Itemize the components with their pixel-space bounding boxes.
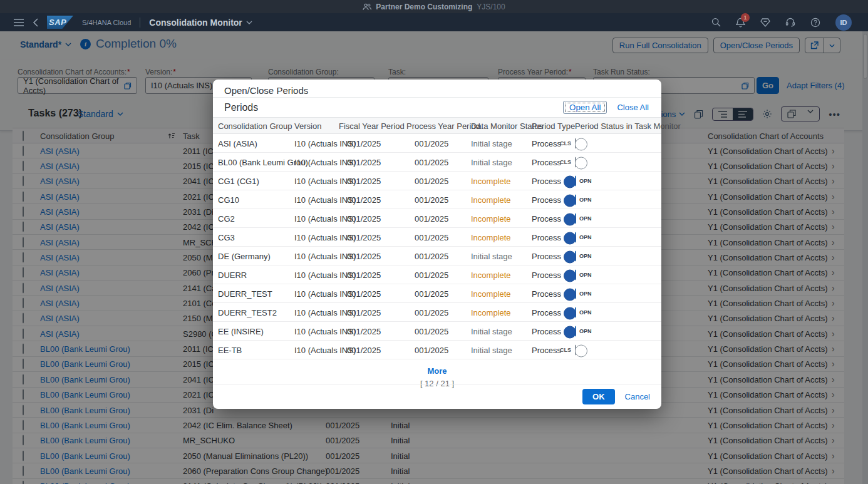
menu-icon[interactable]	[14, 19, 24, 26]
dlg-type-cell: Process	[532, 270, 561, 279]
dialog-table-row: CG3 I10 (Actuals INS) 001/2025 001/2025 …	[213, 228, 661, 247]
dlg-status-cell: Incomplete	[471, 176, 511, 185]
dlg-group-cell: CG1 (CG1)	[218, 176, 259, 185]
dialog-table-row: ASI (ASIA) I10 (Actuals INS) 001/2025 00…	[213, 134, 661, 153]
dlg-type-cell: Process	[532, 195, 561, 204]
notifications-bell-icon[interactable]: 1	[736, 18, 745, 28]
chevron-down-icon	[246, 21, 252, 24]
toggle-handle	[564, 175, 576, 188]
period-status-toggle[interactable]: CLS	[575, 157, 576, 167]
dlg-group-cell: DE (Germany)	[218, 251, 271, 260]
dlg-status-cell: Initial stage	[471, 345, 512, 354]
back-icon[interactable]	[33, 18, 38, 27]
dlg-col-process: Process Year Period	[406, 121, 480, 130]
period-status-toggle[interactable]: OPN	[575, 213, 576, 224]
open-close-periods-dialog: Open/Close Periods Periods Open All Clos…	[213, 80, 661, 409]
dlg-group-cell: CG3	[218, 232, 235, 242]
period-status-toggle[interactable]: OPN	[575, 250, 576, 261]
period-status-toggle[interactable]: OPN	[575, 194, 576, 205]
dialog-table-body: ASI (ASIA) I10 (Actuals INS) 001/2025 00…	[213, 134, 661, 359]
dialog-table-row: DUERR_TEST I10 (Actuals INS) 001/2025 00…	[213, 284, 661, 303]
sap-logo[interactable]: SAP	[47, 16, 73, 29]
periods-section-title: Periods	[224, 102, 258, 113]
dialog-table-row: EE-TB I10 (Actuals INS) 001/2025 001/202…	[213, 341, 661, 359]
dlg-process-cell: 001/2025	[415, 138, 448, 148]
dlg-group-cell: DUERR	[218, 270, 247, 279]
period-status-toggle[interactable]: OPN	[575, 288, 576, 299]
dlg-status-cell: Incomplete	[471, 307, 511, 317]
dialog-title: Open/Close Periods	[213, 80, 661, 98]
dlg-process-cell: 001/2025	[415, 157, 448, 167]
toggle-handle	[564, 288, 576, 301]
dlg-col-fiscal: Fiscal Year Period	[339, 121, 405, 130]
dlg-group-cell: EE-TB	[218, 345, 242, 354]
shell-divider	[140, 18, 140, 28]
dlg-fiscal-cell: 001/2025	[347, 270, 381, 279]
dlg-process-cell: 001/2025	[415, 176, 448, 185]
support-headset-icon[interactable]	[785, 18, 795, 27]
period-status-toggle[interactable]: CLS	[575, 344, 576, 355]
help-icon[interactable]	[810, 18, 820, 28]
period-status-toggle[interactable]: OPN	[575, 269, 576, 280]
dlg-fiscal-cell: 001/2025	[347, 195, 381, 204]
period-status-toggle[interactable]: OPN	[575, 175, 576, 186]
dlg-status-cell: Initial stage	[471, 251, 512, 260]
shell-bar: SAP S/4HANA Cloud Consolidation Monitor …	[0, 13, 868, 31]
toggle-handle	[564, 194, 576, 207]
app-title-menu[interactable]: Consolidation Monitor	[149, 18, 252, 28]
search-icon[interactable]	[711, 18, 721, 27]
dlg-type-cell: Process	[532, 345, 561, 354]
dlg-group-cell: CG10	[218, 195, 239, 204]
dlg-status-cell: Initial stage	[471, 157, 512, 167]
more-link[interactable]: More	[427, 366, 447, 376]
dlg-process-cell: 001/2025	[415, 232, 448, 242]
period-status-toggle[interactable]: OPN	[575, 307, 576, 317]
dlg-group-cell: DUERR_TEST2	[218, 307, 277, 317]
notification-badge: 1	[741, 13, 750, 22]
system-message-bar[interactable]: Partner Demo Customizing YJS/100	[0, 0, 868, 13]
users-icon	[363, 3, 371, 11]
dlg-process-cell: 001/2025	[415, 251, 448, 260]
ok-button[interactable]: OK	[582, 389, 615, 404]
avatar[interactable]: ID	[835, 14, 852, 31]
dlg-fiscal-cell: 001/2025	[347, 214, 381, 223]
toggle-handle	[564, 307, 576, 319]
dlg-type-cell: Process	[532, 232, 561, 242]
dlg-type-cell: Process	[532, 214, 561, 223]
dlg-group-cell: DUERR_TEST	[218, 289, 272, 298]
dlg-group-cell: EE (INSIRE)	[218, 326, 264, 336]
dialog-table-row: EE (INSIRE) I10 (Actuals INS) 001/2025 0…	[213, 322, 661, 341]
dlg-process-cell: 001/2025	[415, 289, 448, 298]
system-id: YJS/100	[477, 3, 505, 11]
toggle-handle	[575, 157, 587, 169]
system-message: Partner Demo Customizing	[376, 3, 472, 11]
dlg-process-cell: 001/2025	[415, 307, 448, 317]
dlg-status-cell: Incomplete	[471, 289, 511, 298]
dlg-process-cell: 001/2025	[415, 345, 448, 354]
dlg-fiscal-cell: 001/2025	[347, 307, 381, 317]
product-name: S/4HANA Cloud	[82, 19, 131, 26]
dlg-type-cell: Process	[532, 157, 561, 167]
toggle-handle	[564, 269, 576, 282]
open-all-button[interactable]: Open All	[563, 101, 607, 114]
dlg-type-cell: Process	[532, 326, 561, 336]
close-all-button[interactable]: Close All	[613, 101, 653, 113]
dlg-group-cell: CG2	[218, 214, 235, 223]
dialog-table-row: BL00 (Bank Leumi Grou) I10 (Actuals INS)…	[213, 153, 661, 172]
dlg-process-cell: 001/2025	[415, 270, 448, 279]
dlg-type-cell: Process	[532, 289, 561, 298]
dlg-status-cell: Incomplete	[471, 195, 511, 204]
toggle-handle	[575, 138, 587, 150]
dialog-table-row: DE (Germany) I10 (Actuals INS) 001/2025 …	[213, 247, 661, 265]
dlg-type-cell: Process	[532, 138, 561, 148]
dlg-fiscal-cell: 001/2025	[347, 326, 381, 336]
dlg-status-cell: Initial stage	[471, 138, 512, 148]
dialog-table-row: DUERR I10 (Actuals INS) 001/2025 001/202…	[213, 265, 661, 284]
dlg-process-cell: 001/2025	[415, 214, 448, 223]
period-status-toggle[interactable]: OPN	[575, 326, 576, 336]
joule-diamond-icon[interactable]	[760, 18, 770, 27]
period-status-toggle[interactable]: OPN	[575, 232, 576, 242]
period-status-toggle[interactable]: CLS	[575, 138, 576, 148]
cancel-button[interactable]: Cancel	[625, 392, 650, 401]
dialog-table-row: DUERR_TEST2 I10 (Actuals INS) 001/2025 0…	[213, 303, 661, 322]
